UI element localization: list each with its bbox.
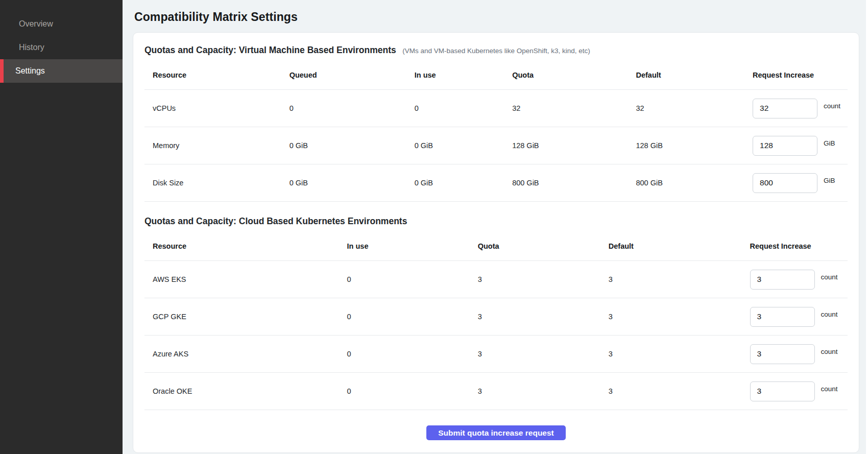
main-content: Compatibility Matrix Settings Quotas and… [123,0,868,454]
default-cell: 3 [609,373,750,410]
oracle-oke-request-input[interactable] [750,381,815,401]
column-header-queued: Queued [290,61,415,90]
request-increase-cell: count [750,298,848,336]
table-row-memory: Memory 0 GiB 0 GiB 128 GiB 128 GiB GiB [144,127,848,164]
table-row-oracle-oke: Oracle OKE 0 3 3 count [144,373,848,410]
column-header-quota: Quota [512,61,636,90]
in-use-cell: 0 GiB [415,127,512,164]
table-row-gcp-gke: GCP GKE 0 3 3 count [144,298,848,336]
quota-cell: 3 [478,261,609,298]
submit-quota-increase-button[interactable]: Submit quota increase request [426,425,566,440]
quota-cell: 128 GiB [512,127,636,164]
unit-label: count [821,385,838,393]
quota-cell: 3 [478,298,609,336]
request-increase-cell: count [750,336,848,373]
default-cell: 128 GiB [636,127,753,164]
vm-quota-table: Resource Queued In use Quota Default Req… [144,61,848,202]
submit-row: Submit quota increase request [144,425,848,443]
quota-cell: 3 [478,373,609,410]
column-header-request-increase: Request Increase [750,232,848,261]
column-header-resource: Resource [144,61,290,90]
queued-cell: 0 GiB [290,127,415,164]
table-row-aws-eks: AWS EKS 0 3 3 count [144,261,848,298]
k8s-table-header-row: Resource In use Quota Default Request In… [144,232,848,261]
page-title: Compatibility Matrix Settings [134,10,868,24]
column-header-quota: Quota [478,232,609,261]
resource-cell: Disk Size [144,164,290,202]
vm-section-title: Quotas and Capacity: Virtual Machine Bas… [144,45,396,55]
sidebar: Overview History Settings [0,0,123,454]
default-cell: 3 [609,298,750,336]
quota-cell: 32 [512,90,636,127]
vcpus-request-input[interactable] [753,99,817,118]
resource-cell: Memory [144,127,290,164]
settings-card: Quotas and Capacity: Virtual Machine Bas… [133,32,859,453]
vm-table-header-row: Resource Queued In use Quota Default Req… [144,61,848,90]
azure-aks-request-input[interactable] [750,344,815,364]
sidebar-item-history[interactable]: History [0,36,123,59]
vm-section-header: Quotas and Capacity: Virtual Machine Bas… [144,45,848,56]
k8s-quota-table: Resource In use Quota Default Request In… [144,232,848,410]
unit-label: GiB [824,177,835,184]
sidebar-item-overview[interactable]: Overview [0,12,123,36]
unit-label: count [824,102,840,110]
resource-cell: AWS EKS [144,261,347,298]
in-use-cell: 0 GiB [415,164,512,202]
resource-cell: Azure AKS [144,336,347,373]
disk-size-request-input[interactable] [753,173,817,193]
in-use-cell: 0 [347,298,478,336]
table-row-vcpus: vCPUs 0 0 32 32 count [144,90,848,127]
default-cell: 3 [609,336,750,373]
column-header-default: Default [636,61,753,90]
gcp-gke-request-input[interactable] [750,307,815,327]
in-use-cell: 0 [347,336,478,373]
request-increase-cell: count [750,373,848,410]
default-cell: 800 GiB [636,164,753,202]
k8s-section-header: Quotas and Capacity: Cloud Based Kuberne… [144,216,848,227]
queued-cell: 0 [290,90,415,127]
column-header-in-use: In use [415,61,512,90]
vm-section-note: (VMs and VM-based Kubernetes like OpenSh… [402,47,590,55]
resource-cell: vCPUs [144,90,290,127]
app-root: Overview History Settings Compatibility … [0,0,868,454]
quota-cell: 3 [478,336,609,373]
unit-label: count [821,348,838,355]
request-increase-cell: GiB [753,127,848,164]
table-row-azure-aks: Azure AKS 0 3 3 count [144,336,848,373]
unit-label: GiB [824,139,835,147]
memory-request-input[interactable] [753,136,817,156]
request-increase-cell: count [753,90,848,127]
default-cell: 32 [636,90,753,127]
scrollbar-track[interactable] [866,0,868,454]
in-use-cell: 0 [347,261,478,298]
unit-label: count [821,273,838,281]
request-increase-cell: GiB [753,164,848,202]
column-header-request-increase: Request Increase [753,61,848,90]
request-increase-cell: count [750,261,848,298]
column-header-resource: Resource [144,232,347,261]
column-header-in-use: In use [347,232,478,261]
resource-cell: GCP GKE [144,298,347,336]
k8s-section-title: Quotas and Capacity: Cloud Based Kuberne… [144,216,407,226]
table-row-disk-size: Disk Size 0 GiB 0 GiB 800 GiB 800 GiB Gi… [144,164,848,202]
default-cell: 3 [609,261,750,298]
quota-cell: 800 GiB [512,164,636,202]
aws-eks-request-input[interactable] [750,270,815,290]
in-use-cell: 0 [347,373,478,410]
in-use-cell: 0 [415,90,512,127]
column-header-default: Default [609,232,750,261]
queued-cell: 0 GiB [290,164,415,202]
resource-cell: Oracle OKE [144,373,347,410]
sidebar-item-settings[interactable]: Settings [0,59,123,83]
unit-label: count [821,310,838,318]
